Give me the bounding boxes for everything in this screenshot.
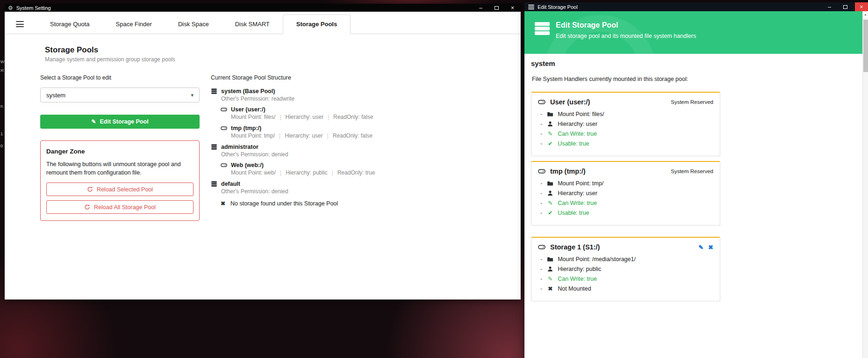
handler-can-write: ✎ Can Write: true [540, 131, 713, 137]
window-title: System Setting [16, 5, 51, 11]
storage-name: Web (web:/) [231, 162, 264, 168]
maximize-button[interactable] [490, 4, 503, 12]
edit-storage-pool-label: Edit Storage Pool [100, 118, 148, 125]
storage-name: tmp (tmp:/) [231, 125, 261, 132]
storage-hierarchy: Hierarchy: user [285, 132, 323, 139]
edit-icon: ✎ [547, 200, 553, 206]
handler-mount-point: Mount Point: tmp/ [540, 180, 713, 187]
minimize-button[interactable]: – [823, 2, 836, 11]
check-icon: ✔ [547, 140, 553, 147]
tab-storage-quota[interactable]: Storage Quota [37, 15, 103, 34]
page-subtitle: Manage system and permission group stora… [45, 56, 521, 63]
desktop-icon-label: xt [0, 68, 4, 73]
handler-mount-point: Mount Point: /media/storage1/ [540, 256, 713, 263]
server-icon [211, 88, 217, 95]
storage-node: User (user:/) Mount Point: files/|Hierar… [221, 106, 521, 120]
edit-pool-titlebar: Edit Storage Pool – × [524, 2, 868, 11]
hamburger-menu-icon[interactable] [16, 21, 24, 27]
user-icon [547, 190, 553, 197]
storage-readonly: ReadOnly: false [333, 132, 373, 139]
reload-selected-pool-button[interactable]: Reload Selected Pool [46, 183, 194, 196]
handler-usable: ✔ Usable: true [540, 210, 713, 216]
handler-title: tmp (tmp:/) [550, 168, 666, 175]
hamburger-menu-icon[interactable] [528, 5, 534, 9]
empty-pool-message: ✖ No storage found under this Storage Po… [221, 200, 521, 207]
system-setting-window: ⚙ System Setting – × Storage Quota Space… [5, 4, 521, 300]
edit-icon: ✎ [547, 131, 553, 137]
close-button[interactable]: × [855, 2, 868, 11]
handler-not-mounted: ✖ Not Mounted [540, 285, 713, 292]
edit-pool-header: Edit Storage Pool Edit storage pool and … [524, 11, 862, 54]
pool-name: system (Base Pool) [221, 88, 275, 95]
storage-mount: Mount Point: files/ [231, 114, 275, 120]
edit-storage-pool-window: Edit Storage Pool – × Edit Storage Pool … [524, 2, 868, 358]
desktop-icon-label: W [0, 59, 5, 64]
header-title: Edit Storage Pool [556, 21, 696, 29]
storage-readonly: ReadOnly: false [333, 114, 373, 120]
current-pool-name: system [531, 59, 856, 67]
handler-usable: ✔ Usable: true [540, 140, 713, 147]
danger-zone-text: The following buttons will unmount stora… [46, 160, 194, 177]
desktop-icon-label: 0 [0, 144, 3, 148]
handler-can-write: ✎ Can Write: true [540, 200, 713, 206]
reload-all-storage-pool-label: Reload All Storage Pool [94, 204, 156, 211]
tab-storage-pools[interactable]: Storage Pools [283, 15, 351, 34]
pool-select[interactable]: system ▾ [40, 88, 200, 102]
handler-mount-point: Mount Point: files/ [540, 111, 713, 117]
storage-name: User (user:/) [231, 106, 265, 113]
system-reserved-badge: System Reserved [671, 168, 713, 174]
tab-disk-smart[interactable]: Disk SMART [222, 15, 283, 34]
storage-readonly: ReadOnly: true [337, 169, 375, 176]
hdd-icon [221, 125, 227, 132]
handlers-description: File System Handlers currently mounted i… [532, 76, 856, 82]
pool-permission: Other's Permission: denied [221, 188, 521, 195]
handler-can-write: ✎ Can Write: true [540, 276, 713, 282]
danger-zone-title: Danger Zone [46, 148, 194, 155]
scrollbar[interactable]: ▲ [862, 11, 868, 358]
storage-hierarchy: Hierarchy: user [286, 114, 323, 120]
fs-handler-card-user: User (user:/) System Reserved Mount Poin… [531, 92, 720, 156]
desktop-icon-label: n. [0, 104, 4, 109]
cross-icon: ✖ [221, 200, 225, 207]
scrollbar-thumb[interactable] [863, 20, 868, 72]
edit-handler-button[interactable]: ✎ [698, 244, 703, 251]
tab-space-finder[interactable]: Space Finder [103, 15, 165, 34]
system-setting-titlebar: ⚙ System Setting – × [5, 4, 521, 12]
storage-node: tmp (tmp:/) Mount Point: tmp/|Hierarchy:… [221, 125, 521, 139]
page-title: Storage Pools [45, 45, 521, 55]
handler-hierarchy: Hierarchy: user [540, 121, 713, 127]
maximize-icon [495, 6, 499, 10]
pool-name: administrator [221, 144, 258, 150]
gear-icon: ⚙ [8, 5, 13, 11]
cross-icon: ✖ [547, 285, 553, 292]
pool-permission: Other's Permission: denied [221, 151, 521, 158]
minimize-button[interactable]: – [474, 4, 487, 12]
header-subtitle: Edit storage pool and its mounted file s… [556, 33, 696, 39]
pool-node-administrator: administrator Other's Permission: denied… [211, 144, 521, 176]
user-icon [547, 266, 553, 272]
tab-bar: Storage Quota Space Finder Disk Space Di… [5, 12, 521, 34]
window-title: Edit Storage Pool [538, 4, 578, 10]
edit-icon: ✎ [91, 118, 96, 125]
system-reserved-badge: System Reserved [671, 99, 713, 105]
scrollbar-up-arrow[interactable]: ▲ [863, 11, 868, 18]
maximize-icon [843, 5, 847, 9]
close-button[interactable]: × [506, 4, 519, 12]
edit-storage-pool-button[interactable]: ✎ Edit Storage Pool [40, 115, 200, 129]
fs-handler-card-storage1: Storage 1 (S1:/) ✎ ✖ Mount Point: /media… [531, 237, 720, 301]
folder-icon [547, 256, 553, 263]
reload-selected-pool-label: Reload Selected Pool [97, 186, 153, 193]
hdd-icon [538, 243, 545, 251]
remove-handler-button[interactable]: ✖ [708, 244, 713, 251]
select-pool-label: Select a Storage Pool to edit [40, 74, 200, 81]
handler-title: User (user:/) [550, 98, 666, 106]
maximize-button[interactable] [839, 2, 852, 11]
handler-hierarchy: Hierarchy: user [540, 190, 713, 197]
hdd-icon [221, 106, 227, 113]
storage-pool-structure: Current Storage Pool Structure system (B… [211, 74, 521, 221]
reload-all-storage-pool-button[interactable]: Reload All Storage Pool [46, 200, 194, 214]
tab-disk-space[interactable]: Disk Space [165, 15, 222, 34]
storage-node: Web (web:/) Mount Point: web/|Hierarchy:… [221, 162, 521, 176]
edit-icon: ✎ [547, 276, 553, 282]
server-icon [211, 181, 217, 187]
